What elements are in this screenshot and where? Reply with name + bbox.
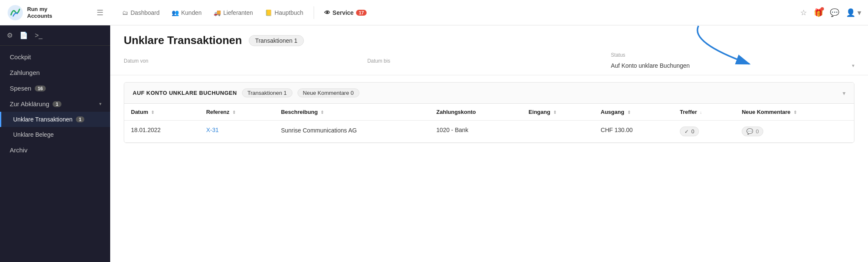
nav-kunden-label: Kunden	[181, 9, 202, 16]
page-title: Unklare Transaktionen	[124, 34, 242, 47]
col-treffer[interactable]: Treffer ↓	[673, 104, 735, 121]
service-icon: 👁	[324, 9, 330, 16]
cell-neue-kommentare: 💬 0	[735, 121, 854, 143]
content: Unklare Transaktionen Transaktionen 1 Da…	[110, 25, 868, 262]
table-body: 18.01.2022 X-31 Sunrise Communications A…	[124, 121, 854, 143]
nav-lieferanten-label: Lieferanten	[223, 9, 253, 16]
section-transaktionen-badge: Transaktionen 1	[242, 88, 292, 97]
col-referenz[interactable]: Referenz ⇕	[199, 104, 274, 121]
treffer-sort-icon: ↓	[700, 110, 702, 115]
checkmark-icon: ✓	[684, 129, 689, 135]
document-icon[interactable]: 📄	[19, 31, 28, 39]
settings-icon[interactable]: ⚙	[7, 31, 13, 39]
table-header-row: Datum ⇕ Referenz ⇕ Beschreibung ⇕	[124, 104, 854, 121]
cell-zahlungskonto: 1020 - Bank	[430, 121, 522, 143]
sidebar-unklare-transaktionen-label: Unklare Transaktionen	[13, 116, 72, 123]
datum-von-label: Datum von	[124, 58, 367, 64]
logo-text: Run myAccounts	[27, 6, 52, 19]
col-zahlungskonto-label: Zahlungskonto	[437, 109, 476, 115]
filter-datum-von: Datum von	[124, 58, 367, 72]
treffer-badge[interactable]: ✓ 0	[680, 127, 699, 136]
col-eingang-label: Eingang	[529, 109, 550, 115]
user-button[interactable]: 👤 ▾	[846, 8, 861, 17]
chat-button[interactable]: 💬	[830, 8, 839, 17]
status-value: Auf Konto unklare Buchungen	[611, 62, 690, 69]
sidebar-item-unklare-belege[interactable]: Unklare Belege	[0, 127, 110, 142]
hauptbuch-icon: 📒	[265, 9, 272, 16]
sidebar-item-zahlungen[interactable]: Zahlungen	[0, 65, 110, 80]
unklare-transaktionen-badge: 1	[76, 116, 84, 122]
lieferanten-icon: 🚚	[214, 9, 221, 16]
sidebar-zahlungen-label: Zahlungen	[10, 69, 40, 76]
nav-service-label: Service	[333, 9, 354, 16]
gift-button[interactable]: 🎁	[814, 8, 823, 17]
table-row: 18.01.2022 X-31 Sunrise Communications A…	[124, 121, 854, 143]
hamburger-button[interactable]: ☰	[93, 6, 107, 19]
spesen-badge: 16	[35, 85, 46, 91]
col-neue-kommentare-label: Neue Kommentare	[742, 109, 790, 115]
unklare-buchungen-section: AUF KONTO UNKLARE BUCHUNGEN Transaktione…	[124, 82, 854, 143]
col-beschreibung[interactable]: Beschreibung ⇕	[274, 104, 430, 121]
treffer-count: 0	[691, 128, 694, 135]
beschreibung-sort-icon: ⇕	[320, 110, 324, 115]
filter-datum-bis: Datum bis	[367, 58, 611, 72]
dropdown-arrow-icon: ▾	[852, 63, 854, 69]
table-head: Datum ⇕ Referenz ⇕ Beschreibung ⇕	[124, 104, 854, 121]
logo[interactable]: Run myAccounts	[7, 4, 83, 21]
dashboard-icon: 🗂	[122, 9, 128, 16]
col-ausgang[interactable]: Ausgang ⇕	[594, 104, 673, 121]
col-zahlungskonto: Zahlungskonto	[430, 104, 522, 121]
nav-hauptbuch[interactable]: 📒 Hauptbuch	[260, 7, 309, 19]
col-neue-kommentare[interactable]: Neue Kommentare ⇕	[735, 104, 854, 121]
sidebar-item-cockpit[interactable]: Cockpit	[0, 49, 110, 65]
nav-hauptbuch-label: Hauptbuch	[275, 9, 303, 16]
nav-lieferanten[interactable]: 🚚 Lieferanten	[209, 7, 258, 19]
star-button[interactable]: ☆	[800, 8, 807, 17]
col-treffer-label: Treffer	[680, 109, 697, 115]
transactions-table: Datum ⇕ Referenz ⇕ Beschreibung ⇕	[124, 104, 854, 143]
sidebar-zur-abklarung-label: Zur Abklärung	[10, 100, 49, 108]
col-referenz-label: Referenz	[206, 109, 229, 115]
sidebar-archiv-label: Archiv	[10, 146, 28, 154]
nav-kunden[interactable]: 👥 Kunden	[167, 7, 207, 19]
cell-eingang	[522, 121, 594, 143]
nav-dashboard[interactable]: 🗂 Dashboard	[117, 7, 165, 19]
chevron-down-icon: ▾	[99, 101, 102, 107]
sidebar-spesen-label: Spesen	[10, 85, 31, 92]
nav-divider	[314, 6, 314, 19]
datum-sort-icon: ⇕	[151, 110, 154, 115]
col-beschreibung-label: Beschreibung	[281, 109, 318, 115]
datum-von-value[interactable]	[124, 66, 367, 72]
referenz-sort-icon: ⇕	[232, 110, 236, 115]
kommentar-count: 0	[756, 128, 759, 135]
nav-service[interactable]: 👁 Service 17	[319, 7, 372, 19]
datum-bis-value[interactable]	[367, 66, 611, 72]
col-eingang[interactable]: Eingang ⇕	[522, 104, 594, 121]
section-title: AUF KONTO UNKLARE BUCHUNGEN	[133, 90, 237, 96]
status-dropdown[interactable]: Auf Konto unklare Buchungen ▾	[611, 60, 854, 72]
section-neue-kommentare-badge: Neue Kommentare 0	[298, 88, 359, 97]
kommentar-badge[interactable]: 💬 0	[742, 127, 763, 136]
eingang-sort-icon: ⇕	[553, 110, 556, 115]
nav-dashboard-label: Dashboard	[131, 9, 160, 16]
ausgang-sort-icon: ⇕	[627, 110, 631, 115]
terminal-icon[interactable]: >_	[35, 32, 42, 39]
cell-treffer: ✓ 0	[673, 121, 735, 143]
filter-status: Status Auf Konto unklare Buchungen ▾	[611, 52, 854, 72]
sidebar-item-archiv[interactable]: Archiv	[0, 142, 110, 158]
beschreibung-text: Sunrise Communications AG	[281, 127, 357, 134]
service-badge: 17	[356, 10, 366, 16]
top-nav: Run myAccounts ☰ 🗂 Dashboard 👥 Kunden 🚚 …	[0, 0, 868, 25]
referenz-link[interactable]: X-31	[206, 127, 219, 133]
sidebar: ⚙ 📄 >_ Cockpit Zahlungen Spesen 16	[0, 25, 110, 262]
section-dropdown-icon[interactable]: ▾	[843, 90, 846, 97]
status-label: Status	[611, 52, 625, 58]
sidebar-nav: Cockpit Zahlungen Spesen 16 Zur Abklärun…	[0, 46, 110, 262]
sidebar-item-zur-abklarung[interactable]: Zur Abklärung 1 ▾	[0, 96, 110, 112]
section-header: AUF KONTO UNKLARE BUCHUNGEN Transaktione…	[124, 83, 854, 104]
cell-datum: 18.01.2022	[124, 121, 199, 143]
sidebar-item-unklare-transaktionen[interactable]: Unklare Transaktionen 1	[0, 112, 110, 127]
transaktionen-header-badge: Transaktionen 1	[249, 35, 304, 46]
sidebar-item-spesen[interactable]: Spesen 16	[0, 80, 110, 96]
col-datum[interactable]: Datum ⇕	[124, 104, 199, 121]
